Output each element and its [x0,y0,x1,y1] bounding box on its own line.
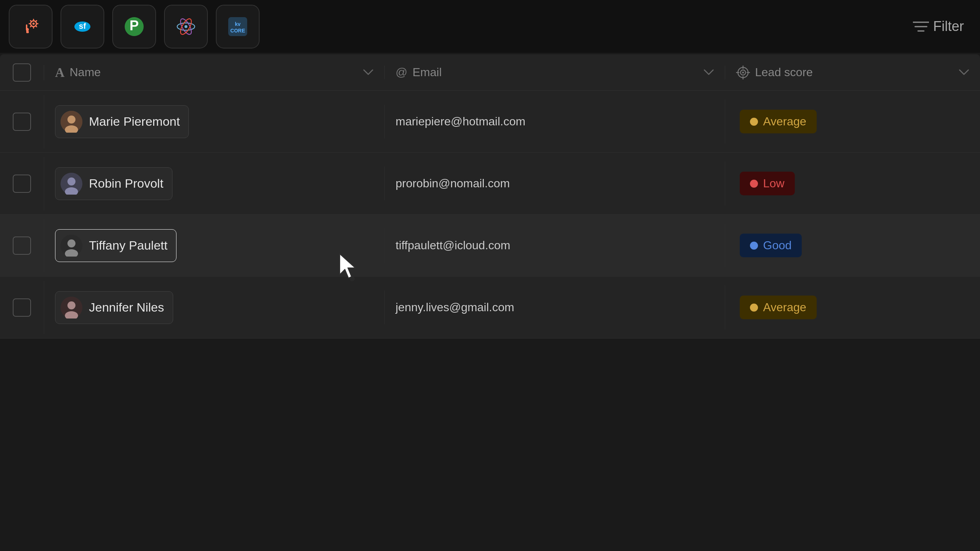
svg-point-42 [67,116,75,124]
svg-text:CORE: CORE [231,28,245,33]
filter-button[interactable]: Filter [905,15,971,38]
name-column-icon: A [55,65,65,80]
top-bar: sf P [0,0,980,53]
svg-point-45 [67,178,75,186]
main-table: A Name @ Email Lead scor [0,54,980,338]
table-header: A Name @ Email Lead scor [0,54,980,91]
app-icon-producthunt[interactable]: P [112,5,156,48]
app-icon-salesforce[interactable]: sf [60,5,104,48]
row-2-name-badge[interactable]: Robin Provolt [55,167,172,200]
row-4-avatar [60,297,83,319]
select-all-checkbox[interactable] [13,64,31,82]
row-4-score-label: Average [763,301,807,314]
row-2-score-dot [750,179,758,188]
row-2-name-cell: Robin Provolt [44,157,384,210]
app-icon-kvcore[interactable]: kv CORE [216,5,259,48]
row-1-checkbox[interactable] [13,113,31,131]
row-3-avatar [60,235,83,257]
name-column-label: Name [70,65,358,79]
row-3-email-text: tiffpaulett@icloud.com [396,239,511,252]
row-1-checkbox-cell [0,113,44,131]
table-row: Tiffany Paulett tiffpaulett@icloud.com G… [0,214,980,276]
row-1-name-text: Marie Pieremont [89,114,180,129]
svg-line-9 [30,25,32,27]
row-2-email-cell: prorobin@nomail.com [384,167,725,200]
filter-icon [913,20,929,33]
row-4-email-text: jenny.lives@gmail.com [396,301,514,314]
row-1-name-cell: Marie Pieremont [44,95,384,148]
table-row: Jennifer Niles jenny.lives@gmail.com Ave… [0,276,980,338]
row-3-name-cell: Tiffany Paulett [44,219,384,272]
svg-point-52 [67,302,75,310]
svg-point-26 [185,25,188,28]
name-column-dropdown-icon [363,69,373,76]
app-icons-container: sf P [9,5,259,48]
email-column-label: Email [412,65,698,79]
row-1-score-cell: Average [725,100,980,144]
svg-point-2 [32,22,35,25]
row-4-name-cell: Jennifer Niles [44,281,384,334]
svg-text:kv: kv [235,21,240,27]
header-checkbox-cell [0,64,44,82]
row-1-email-text: mariepiere@hotmail.com [396,115,525,128]
row-4-name-badge[interactable]: Jennifer Niles [55,291,173,324]
leadscore-column-label: Lead score [755,65,954,79]
row-4-score-cell: Average [725,285,980,329]
svg-text:sf: sf [79,22,86,30]
row-3-checkbox-cell [0,237,44,255]
row-4-checkbox[interactable] [13,299,31,317]
svg-line-10 [36,21,37,22]
svg-rect-12 [26,24,27,30]
table-row: Marie Pieremont mariepiere@hotmail.com A… [0,91,980,153]
row-2-score-cell: Low [725,162,980,205]
row-2-name-text: Robin Provolt [89,176,163,191]
row-2-score-label: Low [763,177,784,190]
leadscore-column-dropdown-icon [959,69,969,76]
table-row: Robin Provolt prorobin@nomail.com Low [0,153,980,214]
row-2-score-badge: Low [740,171,795,195]
row-3-score-badge: Good [740,233,802,257]
header-leadscore-cell[interactable]: Lead score [725,65,980,79]
row-2-email-text: prorobin@nomail.com [396,177,510,190]
app-icon-atom[interactable] [164,5,208,48]
email-column-dropdown-icon [704,69,714,76]
row-1-email-cell: mariepiere@hotmail.com [384,105,725,138]
row-3-name-text: Tiffany Paulett [89,238,167,252]
svg-point-36 [742,71,744,73]
row-2-avatar [60,173,83,195]
row-4-score-badge: Average [740,295,817,319]
row-1-score-label: Average [763,115,807,128]
row-3-name-badge[interactable]: Tiffany Paulett [55,229,177,262]
row-4-checkbox-cell [0,299,44,317]
email-column-icon: @ [396,65,407,79]
svg-rect-14 [26,30,29,33]
row-3-score-cell: Good [725,223,980,267]
leadscore-column-icon [736,65,750,79]
row-1-avatar [60,111,83,133]
row-1-name-badge[interactable]: Marie Pieremont [55,105,189,138]
header-name-cell[interactable]: A Name [44,65,384,80]
row-4-email-cell: jenny.lives@gmail.com [384,291,725,324]
row-3-score-label: Good [763,239,792,252]
row-3-checkbox[interactable] [13,237,31,255]
row-1-score-badge: Average [740,110,817,133]
svg-point-48 [67,240,75,248]
row-4-name-text: Jennifer Niles [89,300,164,314]
row-3-score-dot [750,241,758,249]
svg-line-8 [36,25,37,27]
row-3-email-cell: tiffpaulett@icloud.com [384,229,725,262]
row-2-checkbox-cell [0,175,44,193]
svg-text:P: P [129,18,138,33]
header-email-cell[interactable]: @ Email [384,65,725,79]
app-icon-hubspot[interactable] [9,5,52,48]
row-1-score-dot [750,118,758,126]
svg-line-7 [30,21,32,22]
row-2-checkbox[interactable] [13,175,31,193]
filter-label: Filter [933,19,964,34]
row-4-score-dot [750,303,758,311]
